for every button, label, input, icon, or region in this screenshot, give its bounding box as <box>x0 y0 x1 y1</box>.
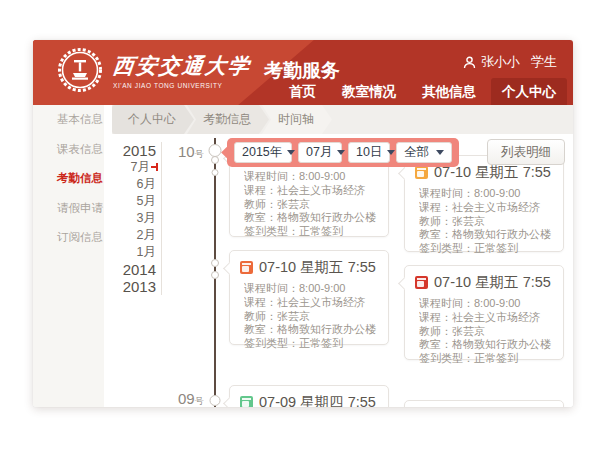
axis-month-1[interactable]: 1月 <box>104 244 156 261</box>
card-row: 课程：社会主义市场经济 <box>419 201 555 215</box>
card-row: 课程：社会主义市场经济 <box>244 296 380 310</box>
attendance-card: 07-10 星期五 7:55 课程时间：8:00-9:00 课程：社会主义市场经… <box>229 250 389 345</box>
day-marker-09: 09号 <box>178 390 204 407</box>
card-row: 教室：格物致知行政办公楼 <box>419 228 555 242</box>
sidebar-item-leave-request[interactable]: 请假申请 <box>33 194 104 224</box>
axis-year-2015[interactable]: 2015 <box>104 142 156 159</box>
sidebar: 基本信息 课表信息 考勤信息 请假申请 订阅信息 <box>33 105 104 407</box>
nav-other-info[interactable]: 其他信息 <box>411 79 487 105</box>
timeline-node <box>212 169 219 176</box>
chevron-down-icon <box>337 150 345 155</box>
brand-text: 西安交通大学 XI'AN JIAO TONG UNIVERSITY <box>113 52 251 89</box>
breadcrumb-attendance-info[interactable]: 考勤信息 <box>187 105 269 134</box>
nav-classroom-status[interactable]: 教室情况 <box>331 79 407 105</box>
card-row: 签到类型：正常签到 <box>419 352 555 366</box>
card-title: 07-10 星期五 7:55 <box>259 258 376 277</box>
card-row: 课程时间：8:00-9:00 <box>419 187 555 201</box>
chevron-down-icon <box>436 150 444 155</box>
axis-year-2014[interactable]: 2014 <box>104 261 156 278</box>
axis-month-6[interactable]: 6月 <box>104 176 156 193</box>
axis-month-3[interactable]: 3月 <box>104 210 156 227</box>
attendance-card: 07-10 星期五 7:55 课程时间：8:00-9:00 课程：社会主义市场经… <box>404 265 564 360</box>
attendance-app-window: 西安交通大学 XI'AN JIAO TONG UNIVERSITY 考勤服务 张… <box>33 40 573 407</box>
breadcrumb: 个人中心 考勤信息 时间轴 <box>112 105 573 134</box>
card-row: 教室：格物致知行政办公楼 <box>244 211 380 225</box>
calendar-status-icon <box>415 276 428 289</box>
attendance-card <box>404 400 564 407</box>
axis-month-5[interactable]: 5月 <box>104 193 156 210</box>
user-role: 学生 <box>531 53 557 71</box>
timeline-node <box>211 271 219 279</box>
timeline-node <box>210 395 221 406</box>
breadcrumb-personal-center[interactable]: 个人中心 <box>112 105 194 134</box>
breadcrumb-timeline[interactable]: 时间轴 <box>262 105 332 134</box>
date-filter-bar: 2015年 07月 10日 全部 <box>227 138 459 167</box>
university-name-en: XI'AN JIAO TONG UNIVERSITY <box>113 82 251 89</box>
day-marker-10: 10号 <box>178 143 204 161</box>
card-title: 07-10 星期五 7:55 <box>434 273 551 292</box>
sidebar-item-basic-info[interactable]: 基本信息 <box>33 105 104 135</box>
sidebar-item-timetable-info[interactable]: 课表信息 <box>33 135 104 165</box>
axis-month-7[interactable]: 7月 <box>104 159 156 176</box>
timeline-axis: 2015 7月 6月 5月 3月 2月 1月 2014 2013 <box>104 142 162 295</box>
university-emblem-icon <box>57 47 103 93</box>
year-dropdown[interactable]: 2015年 <box>234 142 292 163</box>
user-menu[interactable]: 张小小 学生 <box>463 53 557 71</box>
card-title: 07-09 星期四 7:55 <box>259 393 376 407</box>
card-row: 教师：张芸京 <box>244 198 380 212</box>
main-nav: 首页 教室情况 其他信息 个人中心 <box>278 78 567 105</box>
card-row: 课程：社会主义市场经济 <box>419 311 555 325</box>
calendar-status-icon <box>415 166 428 179</box>
chevron-down-icon <box>287 150 295 155</box>
card-row: 教师：张芸京 <box>244 310 380 324</box>
card-row: 教师：张芸京 <box>419 325 555 339</box>
day-dropdown[interactable]: 10日 <box>348 142 390 163</box>
timeline-node <box>211 156 219 164</box>
attendance-card: 07-10 星期五 7:55 课程时间：8:00-9:00 课程：社会主义市场经… <box>404 155 564 252</box>
category-dropdown[interactable]: 全部 <box>396 142 452 163</box>
card-row: 课程时间：8:00-9:00 <box>419 297 555 311</box>
card-row: 签到类型：正常签到 <box>244 337 380 351</box>
axis-year-2013[interactable]: 2013 <box>104 278 156 295</box>
timeline-content: 2015 7月 6月 5月 3月 2月 1月 2014 2013 10号 09号… <box>104 134 573 407</box>
calendar-status-icon <box>240 396 253 407</box>
month-dropdown[interactable]: 07月 <box>298 142 342 163</box>
card-row: 教室：格物致知行政办公楼 <box>419 338 555 352</box>
card-row: 签到类型：正常签到 <box>419 242 555 256</box>
current-month-marker <box>151 166 156 168</box>
sidebar-item-attendance-info[interactable]: 考勤信息 <box>33 164 104 194</box>
axis-month-2[interactable]: 2月 <box>104 227 156 244</box>
person-icon <box>463 56 476 69</box>
calendar-status-icon <box>240 261 253 274</box>
nav-personal-center[interactable]: 个人中心 <box>491 78 567 105</box>
card-row: 教师：张芸京 <box>419 215 555 229</box>
university-name-cn: 西安交通大学 <box>112 52 253 80</box>
card-row: 课程时间：8:00-9:00 <box>244 282 380 296</box>
attendance-card: 07-09 星期四 7:55 <box>229 385 389 407</box>
user-name: 张小小 <box>481 53 520 71</box>
list-detail-button[interactable]: 列表明细 <box>487 139 565 165</box>
card-row: 教室：格物致知行政办公楼 <box>244 323 380 337</box>
card-row: 课程时间：8:00-9:00 <box>244 170 380 184</box>
timeline-node <box>211 259 219 267</box>
sidebar-item-subscription-info[interactable]: 订阅信息 <box>33 223 104 253</box>
chevron-down-icon <box>387 150 395 155</box>
card-row: 课程：社会主义市场经济 <box>244 184 380 198</box>
nav-home[interactable]: 首页 <box>278 79 327 105</box>
app-header: 西安交通大学 XI'AN JIAO TONG UNIVERSITY 考勤服务 张… <box>33 40 573 105</box>
card-row: 签到类型：正常签到 <box>244 225 380 239</box>
